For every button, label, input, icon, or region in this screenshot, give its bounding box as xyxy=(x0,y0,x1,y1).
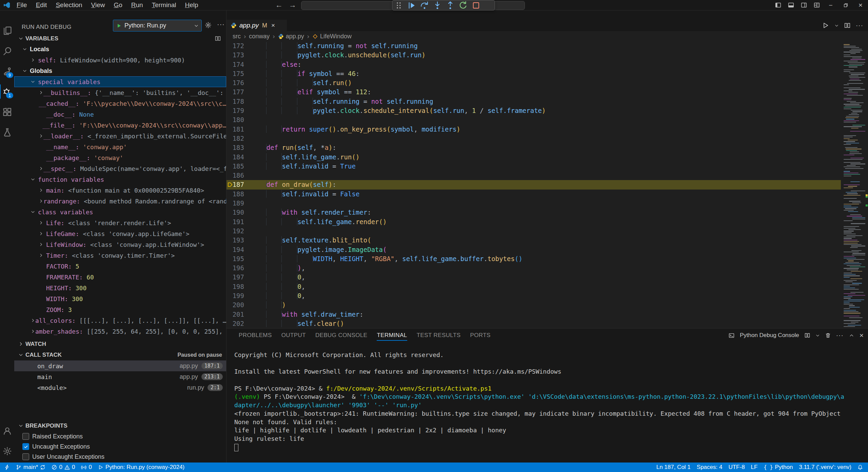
tab-app-py[interactable]: app.py M × xyxy=(226,20,287,31)
variable-row[interactable]: amber_shades: [[255, 255, 64, 255], [0, … xyxy=(14,326,226,337)
activity-extensions[interactable] xyxy=(0,104,14,120)
section-watch[interactable]: WATCH xyxy=(14,339,226,349)
panel-tab-test-results[interactable]: TEST RESULTS xyxy=(412,329,466,342)
variable-row[interactable]: __package__: 'conway' xyxy=(14,152,226,163)
variable-row[interactable]: randrange: <bound method Random.randrang… xyxy=(14,196,226,206)
panel-tab-ports[interactable]: PORTS xyxy=(465,329,495,342)
window-restore-button[interactable] xyxy=(838,0,853,10)
variable-row[interactable]: __name__: 'conway.app' xyxy=(14,141,226,152)
split-terminal-icon[interactable] xyxy=(805,333,810,338)
variable-row[interactable]: special variables xyxy=(14,76,226,87)
variable-row[interactable]: class variables xyxy=(14,206,226,217)
window-minimize-button[interactable]: – xyxy=(823,0,838,10)
breakpoint-row[interactable]: Uncaught Exceptions xyxy=(14,441,226,452)
status-problems[interactable]: 00 xyxy=(48,463,78,472)
variable-row[interactable]: Locals xyxy=(14,44,226,55)
breadcrumb-item-lifewindow[interactable]: LifeWindow xyxy=(312,33,352,40)
status-encoding[interactable]: UTF-8 xyxy=(725,463,748,472)
menu-help[interactable]: Help xyxy=(180,0,202,10)
menu-terminal[interactable]: Terminal xyxy=(147,0,181,10)
activity-search[interactable] xyxy=(0,43,14,59)
section-breakpoints[interactable]: BREAKPOINTS xyxy=(14,420,226,431)
debug-config-dropdown[interactable]: Python: Run.py xyxy=(113,20,202,32)
breakpoint-row[interactable]: Raised Exceptions xyxy=(14,431,226,441)
variable-row[interactable]: Timer: <class 'conway.timer.Timer'> xyxy=(14,250,226,261)
variable-row[interactable]: FRAMERATE: 60 xyxy=(14,272,226,282)
activity-source-control[interactable]: 9 xyxy=(0,63,14,79)
variable-row[interactable]: WIDTH: 300 xyxy=(14,293,226,304)
breakpoint-checkbox[interactable] xyxy=(22,443,29,450)
step-into-button[interactable] xyxy=(433,1,442,10)
sidebar-more-actions[interactable]: ··· xyxy=(217,20,225,28)
kill-terminal-icon[interactable] xyxy=(825,333,831,338)
toggle-panel-icon[interactable] xyxy=(788,2,794,8)
variable-row[interactable]: __file__: 'F:\\Dev\\conway-2024\\src\\co… xyxy=(14,120,226,131)
section-variables[interactable]: VARIABLES xyxy=(14,33,226,44)
activity-explorer[interactable] xyxy=(0,22,14,39)
activity-settings[interactable] xyxy=(0,443,14,459)
menu-run[interactable]: Run xyxy=(127,0,147,10)
tab-close-icon[interactable]: × xyxy=(271,22,275,29)
nav-back-icon[interactable]: ← xyxy=(273,0,285,10)
menu-view[interactable]: View xyxy=(87,0,110,10)
nav-forward-icon[interactable]: → xyxy=(287,0,298,10)
terminal-dropdown-icon[interactable] xyxy=(815,333,820,338)
terminal[interactable]: Copyright (C) Microsoft Corporation. All… xyxy=(234,351,865,463)
variable-row[interactable]: __builtins__: {'__name__': 'builtins', '… xyxy=(14,87,226,98)
run-dropdown-icon[interactable] xyxy=(834,23,839,28)
variable-row[interactable]: function variables xyxy=(14,174,226,185)
menu-edit[interactable]: Edit xyxy=(32,0,52,10)
breakpoint-row[interactable]: User Uncaught Exceptions xyxy=(14,452,226,462)
activity-accounts[interactable] xyxy=(0,422,14,439)
status-eol[interactable]: LF xyxy=(748,463,761,472)
editor-more-actions[interactable]: ··· xyxy=(856,22,863,29)
status-remote[interactable] xyxy=(1,463,13,472)
breadcrumb-item-conway[interactable]: conway xyxy=(249,33,270,40)
customize-layout-icon[interactable] xyxy=(814,2,820,8)
breakpoint-checkbox[interactable] xyxy=(22,433,29,440)
variable-row[interactable]: Globals xyxy=(14,65,226,76)
status-ports[interactable]: 0 xyxy=(78,463,95,472)
continue-button[interactable] xyxy=(407,1,416,10)
run-python-file-icon[interactable] xyxy=(822,22,829,29)
panel-more-actions[interactable]: ··· xyxy=(836,332,844,339)
status-interpreter[interactable]: 3.11.7 ('.venv': venv) xyxy=(796,463,854,472)
variable-row[interactable]: __spec__: ModuleSpec(name='conway.app', … xyxy=(14,163,226,174)
window-close-button[interactable]: × xyxy=(853,0,868,10)
minimap[interactable] xyxy=(842,41,865,328)
status-notifications[interactable] xyxy=(854,463,866,472)
panel-tab-problems[interactable]: PROBLEMS xyxy=(234,329,277,342)
status-cursor-position[interactable]: Ln 187, Col 1 xyxy=(653,463,694,472)
menu-selection[interactable]: Selection xyxy=(51,0,86,10)
variable-row[interactable]: HEIGHT: 300 xyxy=(14,282,226,293)
maximize-panel-icon[interactable] xyxy=(849,333,854,338)
menu-go[interactable]: Go xyxy=(109,0,126,10)
section-call-stack[interactable]: CALL STACKPaused on pause xyxy=(14,350,226,360)
restart-button[interactable] xyxy=(459,1,468,10)
variable-row[interactable]: Life: <class 'render.render.Life'> xyxy=(14,217,226,228)
step-over-button[interactable] xyxy=(420,1,429,10)
menu-file[interactable]: File xyxy=(12,0,32,10)
panel-tab-terminal[interactable]: TERMINAL xyxy=(372,329,412,342)
variable-row[interactable]: all_colors: [[[...], [...], [...], [...]… xyxy=(14,315,226,326)
console-selector[interactable]: Python Debug Console xyxy=(740,332,799,339)
activity-run-and-debug[interactable]: 1 xyxy=(0,83,14,100)
variable-row[interactable]: main: <function main at 0x000002529B5FA8… xyxy=(14,185,226,196)
variable-row[interactable]: FACTOR: 5 xyxy=(14,261,226,272)
stack-frame[interactable]: on_drawapp.py187:1 xyxy=(14,360,226,371)
split-editor-icon[interactable] xyxy=(844,22,850,28)
status-debug-session[interactable]: Python: Run.py (conway-2024) xyxy=(95,463,188,472)
status-indentation[interactable]: Spaces: 4 xyxy=(694,463,726,472)
panel-tab-debug-console[interactable]: DEBUG CONSOLE xyxy=(311,329,372,342)
status-language[interactable]: { }Python xyxy=(761,463,796,472)
toggle-sidebar-icon[interactable] xyxy=(775,2,781,8)
close-panel-icon[interactable]: × xyxy=(860,331,864,339)
stack-frame[interactable]: <module>run.py2:1 xyxy=(14,382,226,393)
breadcrumb-item-src[interactable]: src xyxy=(233,33,241,40)
step-out-button[interactable] xyxy=(446,1,455,10)
variable-row[interactable]: __doc__: None xyxy=(14,109,226,120)
status-branch[interactable]: main* xyxy=(13,463,48,472)
toggle-secondary-sidebar-icon[interactable] xyxy=(801,2,807,8)
variable-row[interactable]: self: LifeWindow=(width=900, height=900) xyxy=(14,55,226,65)
variable-row[interactable]: __loader__: <_frozen_importlib_external.… xyxy=(14,131,226,141)
